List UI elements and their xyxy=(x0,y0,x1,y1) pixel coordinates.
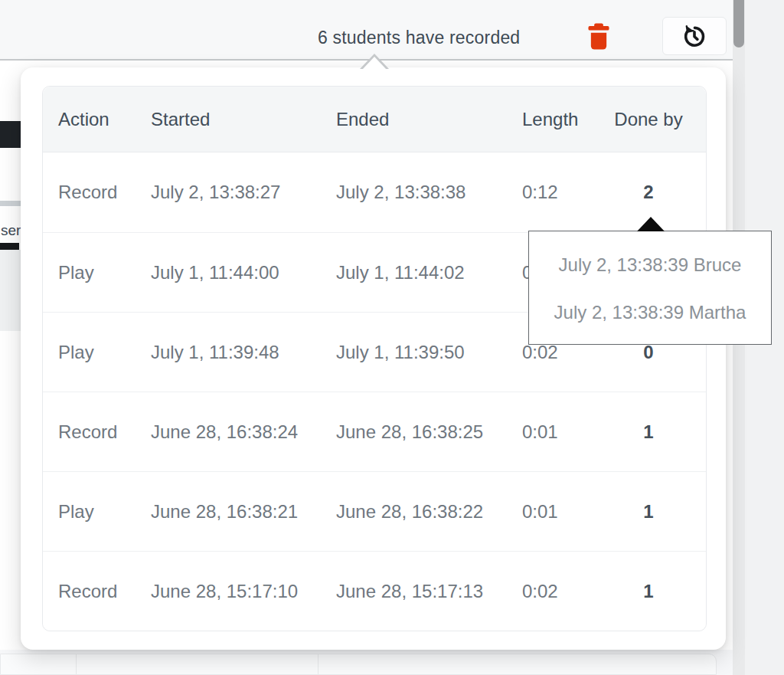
background-panel-fragment xyxy=(0,250,21,331)
scrollbar-thumb[interactable] xyxy=(733,0,744,48)
started-cell: July 1, 11:39:48 xyxy=(136,342,321,363)
background-dark-bar xyxy=(0,121,21,148)
done-by-count[interactable]: 2 xyxy=(591,182,706,203)
column-header-action: Action xyxy=(43,109,136,130)
background-tab-underline xyxy=(0,243,19,250)
length-cell: 0:01 xyxy=(507,501,591,523)
length-cell: 0:01 xyxy=(507,421,591,443)
delete-recordings-button[interactable] xyxy=(584,20,615,52)
background-column-divider xyxy=(76,654,77,675)
column-header-ended: Ended xyxy=(321,109,507,130)
background-divider-fragment xyxy=(0,201,21,206)
background-partial-text: ser xyxy=(1,222,21,239)
background-table-fragment xyxy=(0,654,717,675)
ended-cell: June 28, 15:17:13 xyxy=(321,581,507,602)
length-cell: 0:02 xyxy=(507,581,591,602)
started-cell: June 28, 16:38:21 xyxy=(136,501,321,523)
ended-cell: July 1, 11:44:02 xyxy=(321,262,507,283)
tooltip-entry: July 2, 13:38:39 Martha xyxy=(529,289,771,336)
table-row: Play June 28, 16:38:21 June 28, 16:38:22… xyxy=(43,471,706,551)
table-row: Record July 2, 13:38:27 July 2, 13:38:38… xyxy=(43,152,706,232)
ended-cell: July 2, 13:38:38 xyxy=(321,182,507,203)
background-column-divider xyxy=(318,654,318,675)
ended-cell: July 1, 11:39:50 xyxy=(321,342,507,363)
column-header-length: Length xyxy=(507,109,591,130)
column-header-started: Started xyxy=(136,109,321,130)
action-cell: Record xyxy=(43,182,136,203)
done-by-count[interactable]: 1 xyxy=(591,501,706,523)
history-icon xyxy=(681,22,708,50)
popover-arrow-fill xyxy=(362,57,387,70)
table-header-row: Action Started Ended Length Done by xyxy=(43,87,706,152)
started-cell: July 2, 13:38:27 xyxy=(136,182,321,203)
ended-cell: June 28, 16:38:22 xyxy=(321,501,507,523)
action-cell: Record xyxy=(43,421,136,443)
started-cell: July 1, 11:44:00 xyxy=(136,262,321,283)
started-cell: June 28, 15:17:10 xyxy=(136,581,321,602)
ended-cell: June 28, 16:38:25 xyxy=(321,421,507,443)
column-header-done-by: Done by xyxy=(591,109,706,130)
done-by-tooltip: July 2, 13:38:39 Bruce July 2, 13:38:39 … xyxy=(528,231,772,345)
history-button[interactable] xyxy=(662,17,727,55)
done-by-count[interactable]: 1 xyxy=(591,421,706,443)
tooltip-arrow-icon xyxy=(637,217,665,231)
activity-log-popover: Action Started Ended Length Done by Reco… xyxy=(21,67,726,650)
length-cell: 0:12 xyxy=(507,182,591,203)
tooltip-entry: July 2, 13:38:39 Bruce xyxy=(529,241,771,289)
top-bar: 6 students have recorded xyxy=(0,0,733,61)
action-cell: Record xyxy=(43,581,136,602)
activity-log-table: Action Started Ended Length Done by Reco… xyxy=(42,86,707,631)
students-recorded-summary: 6 students have recorded xyxy=(318,28,520,48)
action-cell: Play xyxy=(43,501,136,523)
page: ser 6 students have recorded xyxy=(0,0,784,675)
started-cell: June 28, 16:38:24 xyxy=(136,421,321,443)
done-by-count[interactable]: 1 xyxy=(591,581,706,602)
table-row: Record June 28, 15:17:10 June 28, 15:17:… xyxy=(43,551,706,631)
trash-icon xyxy=(584,21,615,51)
action-cell: Play xyxy=(43,262,136,283)
action-cell: Play xyxy=(43,342,136,363)
table-row: Record June 28, 16:38:24 June 28, 16:38:… xyxy=(43,392,706,471)
